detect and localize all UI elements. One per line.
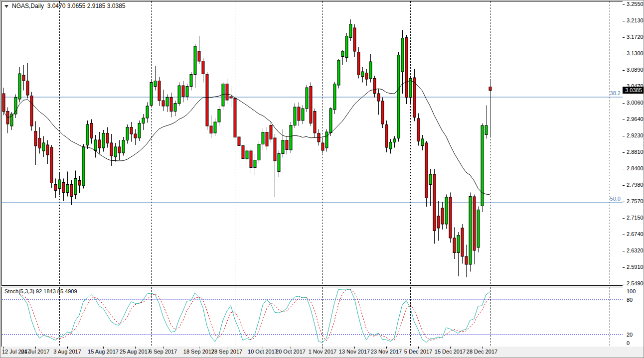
stoch-panel[interactable]	[1, 287, 623, 347]
price-axis-label: 2.6740	[627, 231, 644, 237]
candle	[54, 185, 57, 191]
price-axis-label: 2.8810	[627, 149, 644, 155]
candle	[477, 210, 480, 248]
candle	[142, 118, 145, 123]
price-axis-label: 2.7570	[627, 198, 644, 204]
price-tick	[623, 119, 625, 120]
candle	[294, 107, 296, 125]
candle	[441, 208, 444, 224]
candle	[325, 132, 328, 148]
candle	[174, 104, 176, 112]
candle	[377, 94, 380, 101]
candle	[469, 197, 472, 265]
candle	[357, 52, 360, 75]
candle	[230, 97, 232, 98]
candle	[138, 123, 141, 138]
candle	[162, 101, 164, 106]
candle	[461, 228, 464, 256]
candle	[34, 131, 37, 146]
candle	[78, 181, 81, 186]
candle	[401, 38, 404, 72]
candle	[341, 51, 344, 57]
candle	[194, 46, 196, 75]
candle	[74, 179, 77, 195]
price-axis-label: 3.2130	[627, 17, 644, 23]
stochastic-chart[interactable]	[2, 287, 623, 347]
candle	[270, 125, 272, 139]
candle	[82, 147, 85, 186]
candle	[126, 127, 129, 140]
candle	[222, 84, 224, 107]
candle	[214, 122, 216, 133]
candle	[489, 87, 491, 91]
candle	[405, 38, 408, 98]
candle	[210, 126, 212, 133]
candle	[98, 140, 101, 148]
price-axis-label: 2.5490	[627, 280, 644, 286]
candle	[118, 147, 121, 153]
candle	[22, 75, 25, 81]
candle	[170, 98, 172, 112]
price-tick	[623, 235, 625, 235]
candle	[361, 72, 364, 77]
candle	[373, 79, 376, 94]
price-tick	[623, 185, 625, 186]
candle	[186, 87, 188, 97]
candlestick-chart[interactable]	[2, 1, 623, 285]
candle	[38, 138, 41, 148]
candle	[122, 140, 125, 153]
candle	[134, 134, 137, 138]
price-axis-label: 3.2550	[627, 1, 644, 7]
price-axis[interactable]: 3.0385 3.25503.21303.17203.13003.08903.0…	[623, 0, 644, 347]
candle	[62, 183, 65, 193]
candle	[58, 180, 61, 189]
symbol-label: NGAS,Daily	[12, 2, 44, 9]
candle	[345, 36, 348, 58]
fib-level-label: 38.2	[599, 90, 621, 96]
price-tick	[623, 136, 625, 136]
candle	[190, 75, 192, 87]
price-tick	[623, 218, 625, 219]
candle	[150, 83, 153, 106]
candle	[226, 84, 228, 101]
time-axis[interactable]: 12 Jul 201724 Jul 20173 Aug 201715 Aug 2…	[0, 347, 644, 358]
stoch-axis-label: 100	[627, 288, 636, 294]
candle	[278, 154, 280, 172]
candle	[2, 94, 5, 112]
price-axis-label: 2.6320	[627, 247, 644, 253]
date-label: 13 Nov 2017	[337, 349, 372, 355]
price-axis-label: 3.0890	[627, 67, 644, 73]
candle	[322, 143, 324, 150]
candle	[250, 151, 252, 168]
candle	[333, 84, 336, 110]
candle	[154, 81, 157, 87]
candle	[329, 109, 332, 133]
stoch-values: 92.1843 85.4909	[36, 288, 77, 294]
candle	[242, 146, 244, 159]
candle	[449, 197, 452, 238]
price-tick	[623, 284, 625, 284]
date-label: 24 Jul 2017	[18, 349, 53, 355]
fib-level-label: 50.0	[599, 196, 621, 202]
price-tick	[623, 169, 625, 169]
date-label: 28 Dec 2017	[465, 349, 499, 355]
date-label: 15 Aug 2017	[86, 349, 121, 355]
price-axis-label: 2.7150	[627, 215, 644, 221]
candle	[274, 138, 276, 161]
date-label: 28 Sep 2017	[209, 349, 244, 355]
date-label: 20 Oct 2017	[273, 349, 308, 355]
header-spacer	[44, 2, 47, 9]
stoch-axis-label: 20	[627, 332, 633, 338]
chart-window: NGAS,Daily 3.0470 3.0655 2.9185 3.0385 3…	[0, 0, 644, 358]
candle	[302, 109, 304, 120]
price-tick	[623, 202, 625, 202]
candle	[238, 137, 240, 146]
candle	[66, 185, 69, 193]
candle	[102, 133, 105, 148]
price-chart-panel[interactable]	[1, 1, 623, 286]
symbol-dropdown-icon[interactable]	[4, 5, 8, 8]
candle	[369, 62, 372, 79]
price-tick	[623, 37, 625, 38]
candle	[397, 55, 400, 138]
candle	[18, 74, 21, 99]
